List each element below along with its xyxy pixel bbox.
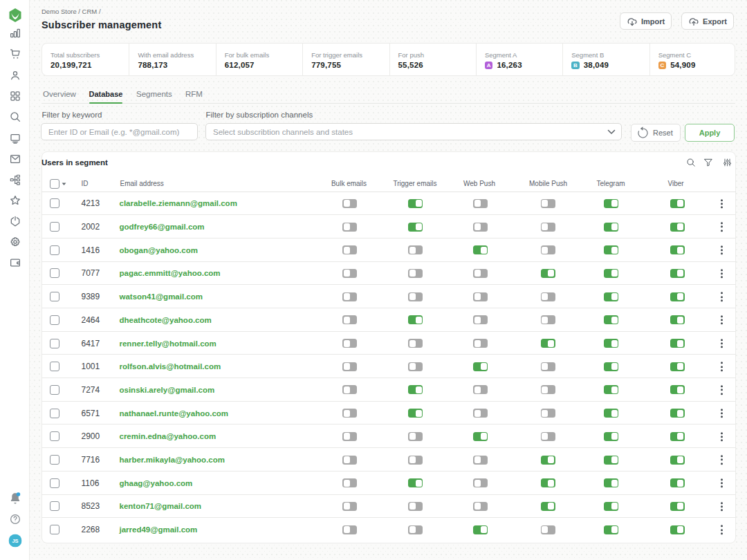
svg-text:JS: JS [12, 538, 18, 544]
